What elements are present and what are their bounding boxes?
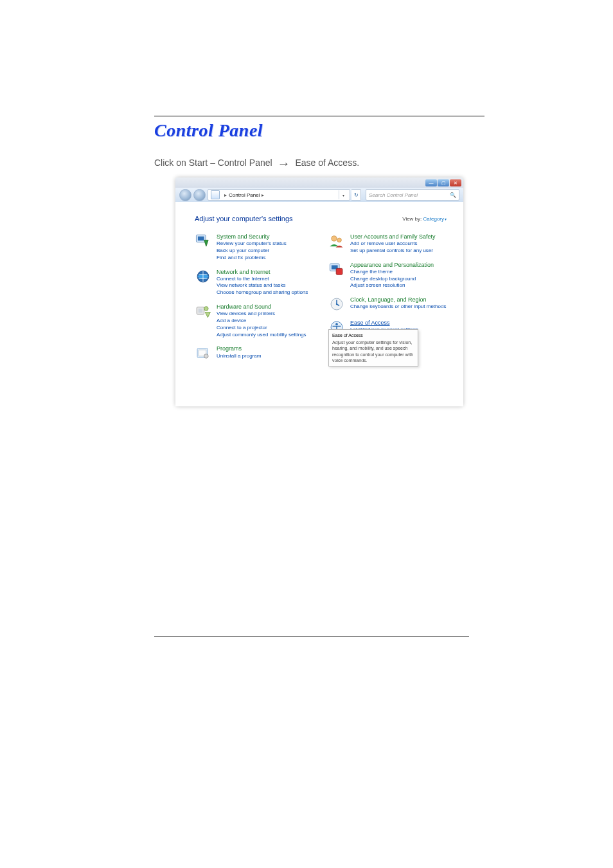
forward-button[interactable] [193,189,206,201]
user-accounts-icon [328,233,345,249]
svg-rect-1 [198,237,204,241]
svg-point-5 [204,307,209,311]
sub-link[interactable]: Change desktop background [350,276,434,283]
group-title[interactable]: Ease of Access [350,319,418,327]
maximize-button[interactable]: ▢ [438,179,449,186]
group-user-accounts[interactable]: User Accounts and Family Safety Add or r… [328,233,447,255]
svg-point-9 [332,236,337,241]
instr-prefix: Click on Start – Control Panel [154,158,272,168]
group-title[interactable]: System and Security [217,233,287,240]
arrow-icon: → [278,156,290,171]
group-appearance[interactable]: Appearance and Personalization Change th… [328,261,447,290]
categories-grid: System and Security Review your computer… [195,233,447,368]
rule-top [154,116,484,116]
address-bar: ▸ Control Panel ▸ ▾ ↻ Search Control Pan… [175,188,463,202]
group-network-and-internet[interactable]: Network and Internet Connect to the Inte… [195,268,313,297]
search-icon[interactable]: 🔍 [450,192,456,198]
sub-link[interactable]: Add or remove user accounts [350,240,436,248]
rule-bottom [154,637,469,637]
tooltip-body: Adjust your computer settings for vision… [332,339,414,363]
refresh-button[interactable]: ↻ [351,189,361,201]
content-area: Adjust your computer's settings View by:… [175,202,463,406]
column-right: User Accounts and Family Safety Add or r… [328,233,447,368]
tooltip-title: Ease of Access [332,332,414,338]
ease-of-access-tooltip: Ease of Access Adjust your computer sett… [328,329,418,366]
sub-link[interactable]: Back up your computer [217,248,287,255]
breadcrumb-sep-1: ▸ [224,192,227,198]
instr-suffix: Ease of Access. [295,158,359,168]
group-title[interactable]: User Accounts and Family Safety [350,233,436,240]
minimize-button[interactable]: — [425,179,437,186]
search-placeholder: Search Control Panel [369,192,418,198]
titlebar: — ▢ ✕ [175,177,463,188]
group-programs[interactable]: Programs Uninstall a program [195,345,313,361]
control-panel-icon [211,190,220,199]
appearance-icon [328,261,345,278]
sub-link[interactable]: Adjust screen resolution [350,282,434,289]
breadcrumb-dropdown[interactable]: ▾ [339,190,347,199]
instruction-text: Click on Start – Control Panel → Ease of… [154,156,484,171]
sub-link[interactable]: Connect to a projector [217,325,306,332]
group-title[interactable]: Network and Internet [217,268,308,276]
group-title[interactable]: Hardware and Sound [217,303,306,311]
group-title[interactable]: Clock, Language, and Region [350,296,446,303]
viewby-label: View by: [402,216,422,222]
svg-point-8 [204,354,209,359]
viewby-value[interactable]: Category [423,216,444,222]
sub-link[interactable]: Connect to the Internet [217,276,308,283]
breadcrumb-text[interactable]: Control Panel [229,192,260,198]
group-title[interactable]: Programs [217,345,261,352]
programs-icon [195,345,211,361]
svg-point-10 [337,238,342,242]
sub-link[interactable]: Review your computer's status [217,240,287,248]
clock-language-icon [328,296,345,312]
group-system-and-security[interactable]: System and Security Review your computer… [195,233,313,262]
network-internet-icon [195,268,211,285]
search-input[interactable]: Search Control Panel 🔍 [366,189,459,201]
control-panel-window: — ▢ ✕ ▸ Control Panel ▸ ▾ ↻ Search Contr… [175,177,463,406]
page-title: Control Panel [154,120,484,141]
sub-link[interactable]: Choose homegroup and sharing options [217,289,308,296]
sub-link[interactable]: Add a device [217,318,306,325]
group-title[interactable]: Appearance and Personalization [350,261,434,269]
column-left: System and Security Review your computer… [195,233,313,368]
sub-link[interactable]: Find and fix problems [217,255,287,262]
sub-link[interactable]: Change keyboards or other input methods [350,303,446,311]
group-hardware-and-sound[interactable]: Hardware and Sound View devices and prin… [195,303,313,338]
sub-link[interactable]: Set up parental controls for any user [350,248,436,255]
svg-rect-4 [199,309,203,313]
breadcrumb[interactable]: ▸ Control Panel ▸ ▾ [208,189,350,201]
sub-link[interactable]: View network status and tasks [217,282,308,289]
view-by: View by: Category▾ [402,216,447,222]
group-ease-of-access[interactable]: Ease of Access Let Windows suggest setti… [328,319,447,336]
svg-point-15 [336,303,337,305]
chevron-down-icon[interactable]: ▾ [445,217,447,221]
system-security-icon [195,233,211,249]
heading-text: Adjust your computer's settings [195,215,293,222]
hardware-sound-icon [195,303,211,320]
sub-link[interactable]: Adjust commonly used mobility settings [217,332,306,339]
sub-link[interactable]: View devices and printers [217,311,306,318]
sub-link[interactable]: Change the theme [350,269,434,276]
close-button[interactable]: ✕ [450,179,461,186]
breadcrumb-sep-2: ▸ [262,192,264,198]
svg-rect-13 [336,268,342,275]
sub-link[interactable]: Uninstall a program [217,353,261,360]
back-button[interactable] [179,189,191,201]
svg-point-17 [335,323,338,326]
content-header: Adjust your computer's settings View by:… [195,215,447,222]
group-clock-language[interactable]: Clock, Language, and Region Change keybo… [328,296,447,312]
